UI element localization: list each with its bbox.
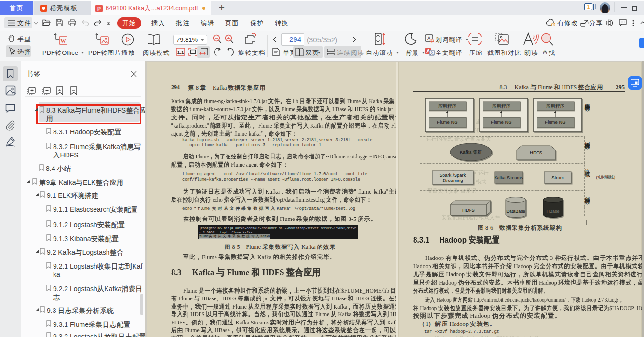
svg-text:1:1: 1:1 — [177, 50, 184, 55]
svg-text:HDFS: HDFS — [462, 207, 475, 213]
svg-text:Streaming: Streaming — [442, 178, 463, 183]
svg-text:P: P — [97, 5, 101, 11]
svg-text:流式计算: 流式计算 — [585, 169, 590, 178]
svg-text:Flume NG: Flume NG — [491, 119, 511, 125]
svg-text:Strom: Strom — [551, 175, 564, 180]
svg-text:Kafka 集群: Kafka 集群 — [460, 149, 482, 155]
svg-text:中: 中 — [430, 39, 435, 44]
svg-text:W: W — [61, 38, 66, 44]
svg-text:HBase: HBase — [546, 209, 559, 214]
svg-text:DataBase: DataBase — [506, 209, 525, 214]
svg-text:Flume NG: Flume NG — [437, 119, 457, 125]
svg-text:Flume NG: Flume NG — [545, 119, 565, 125]
svg-text:应用程序: 应用程序 — [492, 104, 510, 109]
svg-text:Kafka Streams: Kafka Streams — [494, 175, 523, 180]
svg-text:应用程序: 应用程序 — [546, 104, 564, 109]
svg-text:应用程序: 应用程序 — [438, 104, 456, 109]
svg-text:数据存储: 数据存储 — [585, 197, 590, 204]
svg-text:（实时/离线）: （实时/离线） — [593, 175, 617, 180]
svg-text:HDFS: HDFS — [530, 150, 542, 155]
svg-text:文: 文 — [430, 51, 434, 55]
svg-text:Spark /Spark: Spark /Spark — [440, 172, 466, 178]
svg-text:配置文件安装 目录记: 配置文件安装 目录记 — [427, 188, 476, 194]
svg-text:数据接入层: 数据接入层 — [585, 142, 590, 150]
svg-text:数据采集层: 数据采集层 — [585, 104, 590, 112]
